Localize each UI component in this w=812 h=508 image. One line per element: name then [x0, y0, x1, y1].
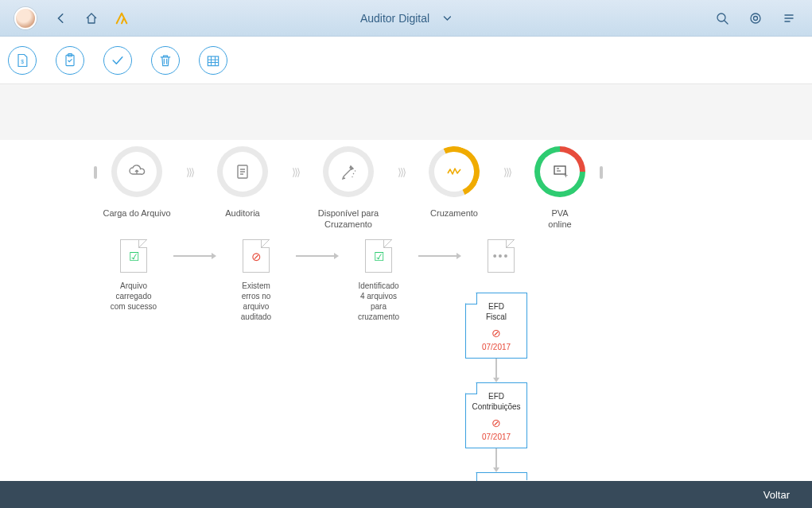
- stage-auditoria[interactable]: Auditoria: [203, 152, 282, 230]
- svg-point-2: [754, 16, 758, 20]
- confirm-button[interactable]: [103, 46, 132, 75]
- stage-label: Auditoria: [225, 207, 259, 230]
- back-button[interactable]: Voltar: [763, 489, 790, 501]
- card-title: EFD Contribuições: [469, 391, 523, 412]
- stage-disponivel[interactable]: Disponível para Cruzamento: [309, 152, 388, 231]
- page-title: Auditor Digital: [360, 12, 429, 25]
- menu-list-button[interactable]: [780, 10, 798, 27]
- app-header: Auditor Digital: [0, 0, 812, 37]
- end-tick-icon: [600, 166, 603, 179]
- app-logo-icon: [113, 10, 130, 27]
- home-button[interactable]: [83, 10, 100, 27]
- chevron-separator-icon: ⟩⟩⟩: [388, 152, 414, 192]
- chevron-separator-icon: ⟩⟩⟩: [177, 152, 203, 192]
- substep-auditoria-err[interactable]: ⊘ Existemerros noarquivoauditado: [216, 239, 296, 322]
- warning-icon: ⊘: [469, 327, 523, 339]
- substep-carga-ok[interactable]: ☑ Arquivocarregadocom sucesso: [94, 239, 173, 312]
- document-error-icon: ⊘: [243, 239, 270, 273]
- stage-cruzamento[interactable]: Cruzamento: [414, 152, 494, 230]
- stage-pva[interactable]: + PVA online: [520, 152, 600, 231]
- substep-label: Existemerros noarquivoauditado: [220, 281, 292, 322]
- svg-text:$: $: [21, 59, 24, 64]
- card-efd-fiscal[interactable]: EFD Fiscal ⊘ 07/2017: [465, 293, 527, 359]
- grid-view-button[interactable]: [199, 46, 227, 75]
- footer-bar: Voltar: [0, 481, 812, 508]
- stage-label: Disponível para Cruzamento: [318, 207, 379, 231]
- substep-label: Arquivocarregadocom sucesso: [98, 281, 169, 312]
- delete-button[interactable]: [151, 46, 180, 75]
- chevron-separator-icon: ⟩⟩⟩: [282, 152, 309, 192]
- crossing-cards-column: EFD Fiscal ⊘ 07/2017 EFD Contribuições ⊘…: [465, 293, 527, 480]
- stage-label: PVA online: [548, 207, 571, 231]
- svg-point-1: [751, 14, 760, 23]
- document-check-icon: ☑: [120, 239, 147, 273]
- chevron-separator-icon: ⟩⟩⟩: [494, 152, 520, 192]
- arrow-right-icon: [418, 239, 461, 273]
- stage-label: Carga do Arquivo: [103, 207, 171, 230]
- arrow-right-icon: [173, 239, 216, 273]
- svg-point-0: [717, 14, 725, 21]
- back-nav-button[interactable]: [52, 10, 70, 27]
- workflow-canvas: Carga do Arquivo ⟩⟩⟩ Auditoria ⟩⟩⟩ Dispo…: [0, 84, 812, 481]
- card-date: 07/2017: [469, 343, 523, 351]
- card-partial: [465, 472, 527, 480]
- card-title: EFD Fiscal: [469, 301, 523, 322]
- card-date: 07/2017: [469, 432, 523, 441]
- card-efd-contribuicoes[interactable]: EFD Contribuições ⊘ 07/2017: [465, 382, 527, 448]
- target-button[interactable]: [747, 10, 764, 27]
- chevron-down-icon: [442, 14, 452, 23]
- process-stages-row: Carga do Arquivo ⟩⟩⟩ Auditoria ⟩⟩⟩ Dispo…: [94, 152, 693, 231]
- search-button[interactable]: [713, 10, 731, 27]
- substep-label: Identificado4 arquivosparacruzamento: [343, 281, 414, 322]
- import-document-button[interactable]: $: [8, 46, 37, 75]
- svg-rect-8: [554, 166, 565, 174]
- document-check-icon: ☑: [365, 239, 392, 273]
- substep-identificado[interactable]: ☑ Identificado4 arquivosparacruzamento: [339, 239, 418, 322]
- user-avatar[interactable]: [14, 7, 37, 29]
- svg-rect-6: [208, 56, 218, 66]
- warning-icon: ⊘: [469, 417, 523, 429]
- svg-text:+: +: [564, 172, 568, 180]
- stage-carga[interactable]: Carga do Arquivo: [97, 152, 177, 230]
- substep-pending[interactable]: •••: [461, 239, 541, 273]
- arrow-right-icon: [296, 239, 339, 273]
- action-toolbar: $: [0, 37, 812, 84]
- document-pending-icon: •••: [488, 239, 515, 273]
- stage-label: Cruzamento: [430, 207, 478, 230]
- header-title-dropdown[interactable]: Auditor Digital: [360, 12, 452, 25]
- clipboard-button[interactable]: [56, 46, 84, 75]
